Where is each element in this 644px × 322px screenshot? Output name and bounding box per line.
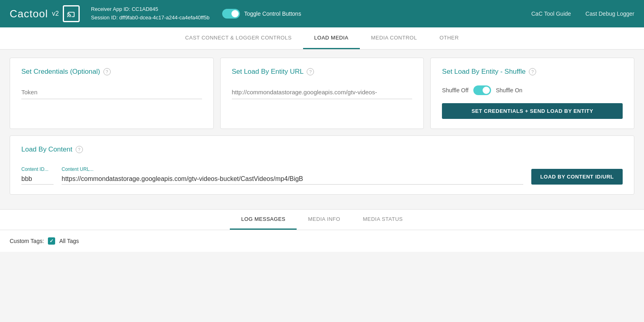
shuffle-off-label: Shuffle Off: [442, 87, 469, 93]
content-id-group: Content ID... bbb: [21, 166, 54, 185]
logo: Cactool v2: [10, 5, 80, 22]
shuffle-toggle-row: Shuffle Off Shuffle On: [442, 85, 623, 95]
credentials-card-title: Set Credentials (Optional) ?: [21, 68, 202, 76]
app-name: Cactool: [10, 8, 48, 20]
set-credentials-send-load-button[interactable]: SET CREDENTIALS + SEND LOAD BY ENTITY: [442, 103, 623, 119]
tab-other[interactable]: OTHER: [428, 27, 470, 49]
tab-media-status[interactable]: MEDIA STATUS: [351, 210, 414, 230]
tab-media-control[interactable]: MEDIA CONTROL: [360, 27, 428, 49]
cast-icon: [63, 5, 80, 22]
tab-log-messages[interactable]: LOG MESSAGES: [230, 210, 297, 230]
custom-tags-label: Custom Tags:: [10, 238, 44, 244]
toggle-label: Toggle Control Buttons: [244, 10, 301, 17]
credentials-help-icon[interactable]: ?: [103, 68, 111, 75]
content-id-value[interactable]: bbb: [21, 174, 54, 185]
main-content: Set Credentials (Optional) ? Set Load By…: [0, 50, 644, 209]
load-by-content-card: Load By Content ? Content ID... bbb Cont…: [10, 135, 634, 195]
tab-load-media[interactable]: LOAD MEDIA: [303, 27, 360, 49]
bottom-section: LOG MESSAGES MEDIA INFO MEDIA STATUS Cus…: [0, 209, 644, 252]
toggle-control[interactable]: Toggle Control Buttons: [222, 9, 301, 19]
all-tags-checkbox[interactable]: [48, 237, 55, 245]
shuffle-toggle-switch[interactable]: [473, 85, 491, 95]
credentials-card: Set Credentials (Optional) ?: [10, 58, 214, 129]
load-content-row: Content ID... bbb Content URL... https:/…: [21, 166, 623, 185]
session-id: dff9fab0-dcea-4c17-a244-ca4efa40ff5b: [119, 15, 209, 21]
nav-cac-tool-guide[interactable]: CaC Tool Guide: [531, 10, 571, 17]
cards-row: Set Credentials (Optional) ? Set Load By…: [10, 58, 634, 129]
all-tags-label: All Tags: [59, 238, 79, 244]
app-version: v2: [52, 10, 59, 17]
entity-url-input[interactable]: [232, 85, 413, 99]
content-url-value[interactable]: https://commondatastorage.googleapis.com…: [62, 174, 523, 185]
session-info: Receiver App ID: CC1AD845 Session ID: df…: [91, 5, 209, 22]
bottom-tabs: LOG MESSAGES MEDIA INFO MEDIA STATUS: [0, 210, 644, 230]
load-by-content-title: Load By Content ?: [21, 145, 623, 154]
entity-shuffle-card: Set Load By Entity - Shuffle ? Shuffle O…: [430, 58, 634, 129]
token-input[interactable]: [21, 85, 202, 99]
entity-url-card-title: Set Load By Entity URL ?: [232, 68, 413, 76]
content-url-group: Content URL... https://commondatastorage…: [62, 166, 523, 185]
nav-cast-debug-logger[interactable]: Cast Debug Logger: [586, 10, 634, 17]
toggle-switch[interactable]: [222, 9, 240, 19]
app-header: Cactool v2 Receiver App ID: CC1AD845 Ses…: [0, 0, 644, 27]
tab-media-info[interactable]: MEDIA INFO: [297, 210, 351, 230]
load-by-content-button[interactable]: LOAD BY CONTENT ID/URL: [531, 169, 623, 185]
tab-cast-connect[interactable]: CAST CONNECT & LOGGER CONTROLS: [174, 27, 303, 49]
receiver-app-id: CC1AD845: [132, 6, 158, 12]
content-url-label: Content URL...: [62, 166, 523, 172]
custom-tags-row: Custom Tags: All Tags: [0, 230, 644, 252]
entity-shuffle-help-icon[interactable]: ?: [529, 68, 536, 75]
content-id-label: Content ID...: [21, 166, 54, 172]
entity-shuffle-card-title: Set Load By Entity - Shuffle ?: [442, 68, 623, 76]
entity-url-card: Set Load By Entity URL ?: [220, 58, 424, 129]
receiver-app-label: Receiver App ID:: [91, 6, 130, 12]
main-tabs: CAST CONNECT & LOGGER CONTROLS LOAD MEDI…: [0, 27, 644, 50]
shuffle-on-label: Shuffle On: [496, 87, 522, 93]
entity-url-help-icon[interactable]: ?: [307, 68, 314, 75]
session-id-label: Session ID:: [91, 15, 118, 21]
load-by-content-help-icon[interactable]: ?: [76, 146, 83, 153]
header-nav: CaC Tool Guide Cast Debug Logger: [531, 10, 634, 17]
